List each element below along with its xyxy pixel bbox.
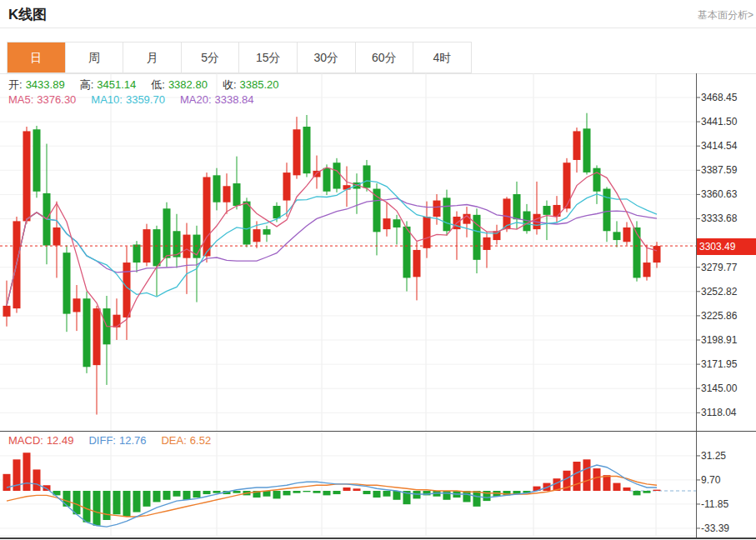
ma10-readout: MA10:3359.70 [91,93,168,106]
open-readout: 开:3433.89 [8,78,68,91]
candle-body [643,262,651,277]
page-title: K线图 [8,5,47,24]
macd-histogram-bar [353,488,361,491]
fundamental-analysis-link[interactable]: 基本面分析> [698,8,753,22]
period-tab-4hour[interactable]: 4时 [413,42,471,72]
ohlc-readout: 开:3433.89高:3451.14低:3382.80收:3385.20 [8,78,294,92]
dea-label: DEA: [161,434,186,447]
period-tab-day[interactable]: 日 [8,42,66,72]
macd-value: 12.49 [47,434,74,447]
period-tab-15min[interactable]: 15分 [239,42,298,72]
low-value: 3382.80 [168,78,208,91]
candle-body [583,128,591,172]
candle-body [303,127,311,173]
main-candlestick-chart[interactable]: 3468.453441.503414.543387.593360.633333.… [0,73,756,431]
macd-histogram-bar [383,491,391,497]
macd-histogram-bar [333,491,341,494]
macd-histogram-bar [443,491,451,500]
macd-histogram-bar [393,491,401,500]
macd-chart[interactable]: 31.259.70-11.85-33.39 [0,432,756,538]
close-label: 收: [223,78,237,91]
ma20-label: MA20: [180,93,212,106]
macd-histogram-bar [103,491,111,520]
macd-histogram-bar [323,491,331,495]
macd-histogram-bar [33,469,41,491]
macd-histogram-bar [73,491,81,514]
candle-body [603,189,611,232]
candle-body [483,238,491,250]
y-axis-label: 3414.54 [701,140,738,152]
macd-histogram-bar [603,475,611,491]
macd-histogram-bar [363,491,371,494]
macd-readout: MACD:12.49DIFF:12.76DEA:6.52 [8,434,226,447]
candle-body [93,308,101,365]
macd-histogram-bar [573,462,581,491]
macd-histogram-bar [233,491,241,493]
high-label: 高: [80,78,94,91]
y-axis-label: 3360.63 [701,188,738,200]
y-axis-label: 3333.68 [701,212,738,224]
candle-body [163,208,171,258]
close-readout: 收:3385.20 [223,78,283,91]
ma20-readout: MA20:3338.84 [180,93,258,106]
macd-histogram-bar [303,491,311,492]
macd-histogram-bar [143,491,151,507]
candle-body [263,229,271,234]
candle-body [423,217,431,248]
candle-body [393,219,401,228]
macd-histogram-bar [373,491,381,498]
macd-readout: MACD:12.49 [8,434,77,447]
header-divider [0,28,756,28]
candle-body [443,198,451,231]
period-tab-5min[interactable]: 5分 [182,42,240,72]
macd-histogram-bar [413,491,421,498]
candle-body [133,244,141,262]
candle-body [203,177,211,256]
dea-readout: DEA:6.52 [161,434,214,447]
y-axis-label: 3118.04 [701,407,737,418]
macd-histogram-bar [653,490,661,491]
candle-body [213,175,221,202]
macd-histogram-bar [3,474,11,491]
y-axis-label: 3387.59 [701,164,738,176]
macd-histogram-bar [293,491,301,493]
macd-histogram-bar [313,491,321,493]
y-axis-label: 3225.86 [701,310,738,322]
ma5-line [7,168,657,327]
candle-body [553,205,561,217]
ma10-value: 3359.70 [126,93,165,106]
period-tab-week[interactable]: 周 [66,42,124,72]
macd-histogram-bar [133,491,141,512]
candle-body [623,228,631,242]
y-axis-label: 3145.00 [701,382,738,394]
diff-label: DIFF: [88,434,116,447]
macd-histogram-bar [213,491,221,493]
candle-body [593,168,601,192]
candle-body [513,194,521,219]
candle-body [613,232,621,240]
candle-body [653,246,661,262]
period-tab-30min[interactable]: 30分 [298,42,356,72]
candle-body [223,186,231,202]
ma10-label: MA10: [91,93,123,106]
diff-readout: DIFF:12.76 [88,434,149,447]
ma5-value: 3376.30 [37,93,76,106]
period-tab-60min[interactable]: 60分 [356,42,414,72]
candle-body [273,206,281,218]
candle-body [283,172,291,200]
y-axis-label: 3171.95 [701,358,738,370]
candle-body [3,306,11,317]
low-readout: 低:3382.80 [151,78,211,91]
candle-body [253,229,261,242]
period-tab-month[interactable]: 月 [123,42,182,72]
macd-histogram-bar [23,452,31,491]
candle-body [53,228,61,246]
y-axis-label: -33.39 [701,522,729,534]
candle-body [333,162,341,188]
low-label: 低: [151,78,165,91]
y-axis-label: 3279.77 [701,262,738,273]
ma5-readout: MA5:3376.30 [8,93,79,106]
candle-body [33,129,41,191]
candle-body [83,298,91,367]
candle-body [63,252,71,313]
